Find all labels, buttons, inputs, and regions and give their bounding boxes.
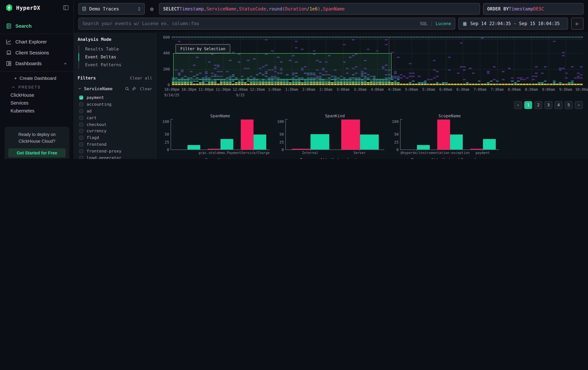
heatmap-plot[interactable]: Filter by Selection bbox=[172, 38, 583, 85]
time-range-picker[interactable]: Sep 14 22:04:35 - Sep 15 10:04:35 bbox=[458, 18, 568, 30]
preset-services[interactable]: Services bbox=[0, 99, 74, 107]
gridline bbox=[566, 38, 566, 85]
page-button-2[interactable]: 2 bbox=[534, 101, 542, 109]
mode-results-table[interactable]: Results Table bbox=[78, 45, 152, 53]
sql-token: Timestamp bbox=[509, 6, 533, 11]
clear-all-button[interactable]: Clear all bbox=[130, 75, 152, 80]
page-button-5[interactable]: 5 bbox=[565, 101, 573, 109]
checkbox[interactable] bbox=[79, 149, 83, 153]
filter-option-accounting[interactable]: accounting bbox=[78, 101, 152, 108]
filter-option-ad[interactable]: ad bbox=[78, 108, 152, 114]
create-dashboard-button[interactable]: + Create Dashboard bbox=[0, 74, 74, 83]
heatmap-x-tick: 4:30am bbox=[388, 87, 401, 91]
sql-token: , bbox=[204, 6, 207, 11]
checkbox[interactable] bbox=[79, 116, 83, 120]
run-query-button[interactable]: ▷ bbox=[571, 18, 584, 30]
sidebar-item-dashboards[interactable]: Dashboards bbox=[0, 58, 74, 69]
preset-kubernetes[interactable]: Kubernetes bbox=[0, 107, 74, 115]
page-next-button[interactable]: › bbox=[575, 101, 583, 109]
chevron-up-icon bbox=[63, 61, 67, 66]
checkbox[interactable] bbox=[79, 122, 83, 127]
chart-x-tickmark bbox=[360, 150, 360, 151]
presets-toggle[interactable]: PRESETS bbox=[0, 83, 74, 91]
mode-event-deltas[interactable]: Event Deltas bbox=[78, 53, 152, 61]
filter-option-frontend-proxy[interactable]: frontend-proxy bbox=[78, 148, 152, 154]
checkbox[interactable] bbox=[79, 136, 83, 140]
selection-box[interactable] bbox=[173, 53, 392, 80]
filter-option-payment[interactable]: payment bbox=[78, 94, 152, 101]
page-button-4[interactable]: 4 bbox=[555, 101, 563, 109]
sidebar-item-label: Chart Explorer bbox=[15, 39, 47, 45]
gridline bbox=[497, 38, 497, 85]
plus-icon: + bbox=[14, 76, 17, 81]
database-icon bbox=[82, 6, 87, 11]
search-icon[interactable] bbox=[125, 87, 129, 91]
play-icon: ▷ bbox=[576, 21, 579, 26]
checkbox[interactable] bbox=[79, 156, 83, 159]
filter-option-frontend[interactable]: frontend bbox=[78, 141, 152, 148]
sql-token: Duration bbox=[285, 6, 307, 11]
delta-chart-spankind[interactable]: SpanKind02550100InternalServer bbox=[274, 112, 387, 156]
gear-icon[interactable]: ⚙ bbox=[148, 3, 156, 15]
heatmap-x-tick: 3:30am bbox=[354, 87, 367, 91]
filter-option-checkout[interactable]: checkout bbox=[78, 121, 152, 128]
page-button-1[interactable]: 1 bbox=[524, 101, 532, 109]
red-bar bbox=[437, 120, 450, 150]
green-bar bbox=[417, 145, 430, 150]
main-content: 6004002000Filter by Selection10:00pm10:3… bbox=[156, 33, 588, 159]
mode-sql[interactable]: SQL bbox=[420, 21, 428, 26]
get-started-button[interactable]: Get Started for Free bbox=[8, 148, 65, 157]
sidebar-item-chart-explorer[interactable]: Chart Explorer bbox=[0, 36, 74, 47]
chart-y-tick: 100 bbox=[389, 120, 399, 124]
chart-x-tickmark bbox=[310, 150, 310, 151]
source-select[interactable]: Demo Traces bbox=[78, 3, 145, 15]
filter-option-load-generator[interactable]: load-generator bbox=[78, 154, 152, 159]
checkbox[interactable] bbox=[79, 129, 83, 133]
filter-option-label: checkout bbox=[87, 122, 106, 127]
heatmap-x-tick: 4:00am bbox=[371, 87, 384, 91]
dashboards-icon bbox=[6, 61, 11, 66]
sql-token: round bbox=[269, 6, 283, 11]
filter-option-cart[interactable]: cart bbox=[78, 114, 152, 121]
clear-group-button[interactable]: Clear bbox=[140, 86, 152, 91]
filter-option-currency[interactable]: currency bbox=[78, 128, 152, 134]
search-input[interactable] bbox=[79, 18, 455, 29]
green-bar bbox=[360, 134, 379, 150]
sidebar-item-search[interactable]: Search bbox=[0, 20, 74, 31]
chart-y-tick: 50 bbox=[159, 132, 169, 136]
delta-chart-resourceattributes-host-name[interactable]: ResourceAttributes.host.name02550100paym… bbox=[274, 156, 387, 159]
mode-lucene[interactable]: Lucene bbox=[436, 21, 451, 26]
filter-option-flagd[interactable]: flagd bbox=[78, 134, 152, 141]
delta-chart-spanname[interactable]: SpanName02550100grpc.oteldemo.PaymentSer… bbox=[159, 112, 272, 156]
topbar: Demo Traces ⚙ SELECT Timestamp, ServiceN… bbox=[74, 0, 588, 33]
chart-x-tickmark bbox=[483, 150, 483, 151]
delta-chart-scopeversion[interactable]: ScopeVersion025501000.1.00.51.1 bbox=[159, 156, 272, 159]
sql-token: , bbox=[236, 6, 239, 11]
sql-select-input[interactable]: SELECT Timestamp, ServiceName, StatusCod… bbox=[159, 3, 480, 15]
checkbox[interactable] bbox=[79, 142, 83, 147]
pin-icon[interactable] bbox=[132, 87, 136, 91]
page-button-3[interactable]: 3 bbox=[545, 101, 552, 109]
sql-orderby-input[interactable]: ORDER BY Timestamp DESC bbox=[483, 3, 584, 15]
heatmap-x-tick: 7:30am bbox=[491, 87, 504, 91]
green-bar bbox=[220, 139, 233, 150]
filter-group-name: ServiceName bbox=[84, 86, 123, 91]
filters-title: Filters bbox=[78, 75, 130, 80]
events-heatmap[interactable]: 6004002000Filter by Selection10:00pm10:3… bbox=[156, 33, 588, 100]
sidebar-item-client-sessions[interactable]: Client Sessions bbox=[0, 47, 74, 58]
filters-panel: Analysis Mode Results Table Event Deltas… bbox=[74, 33, 156, 159]
delta-chart-scopename[interactable]: ScopeName02550100@hyperdx/instrumentatio… bbox=[389, 112, 501, 156]
collapse-sidebar-icon[interactable] bbox=[63, 5, 69, 10]
red-bar bbox=[341, 120, 360, 150]
checkbox[interactable] bbox=[79, 102, 83, 107]
chart-plot bbox=[285, 119, 384, 150]
checkbox[interactable] bbox=[79, 109, 83, 113]
preset-clickhouse[interactable]: ClickHouse bbox=[0, 91, 74, 99]
filter-group-header-ServiceName[interactable]: ServiceNameClear bbox=[78, 86, 152, 91]
filter-by-selection-button[interactable]: Filter by Selection bbox=[176, 44, 230, 53]
page-prev-button[interactable]: ‹ bbox=[514, 101, 522, 109]
mode-event-patterns[interactable]: Event Patterns bbox=[78, 61, 152, 69]
delta-chart-resourceattributes-k8s-pod-name[interactable]: ResourceAttributes.k8s.pod.name02550100p… bbox=[389, 156, 501, 159]
checkbox[interactable] bbox=[79, 96, 83, 100]
chart-title: ResourceAttributes.k8s.pod.name bbox=[400, 157, 499, 159]
